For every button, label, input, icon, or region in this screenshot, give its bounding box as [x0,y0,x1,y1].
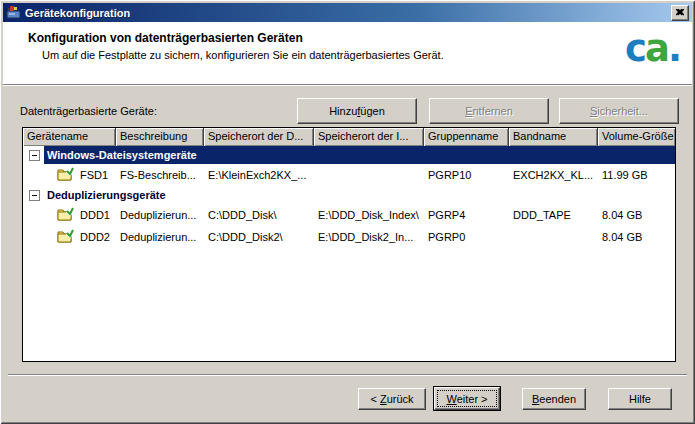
table-row[interactable]: DDD1 Deduplizierun... C:\DDD_Disk\ E:\DD… [23,204,675,226]
collapse-icon[interactable] [29,190,40,201]
device-name: FSD1 [80,169,108,181]
device-configuration-dialog: { "window": { "title": "Gerätekonfigurat… [0,0,695,424]
page-title: Konfiguration von datenträgerbasierten G… [28,31,303,45]
device-group-name: PGRP0 [424,231,509,243]
collapse-icon[interactable] [29,150,40,161]
column-header-bandname[interactable]: Bandname [509,128,598,146]
device-group-name: PGRP4 [424,209,509,221]
group-row-deduplizierungsgeraete[interactable]: Deduplizierungsgeräte [23,186,675,204]
security-button: Sicherheit... [559,98,679,124]
column-header-beschreibung[interactable]: Beschreibung [116,128,204,146]
device-index-location: E:\DDD_Disk_Index\ [314,209,424,221]
device-volume-size: 11.99 GB [598,169,675,181]
column-header-speicherort-daten[interactable]: Speicherort der D... [204,128,314,146]
device-description: Deduplizierun... [116,209,204,221]
wizard-header: Konfiguration von datenträgerbasierten G… [3,22,692,85]
remove-button: Entfernen [429,98,549,124]
device-volume-size: 8.04 GB [598,231,675,243]
device-table: Gerätename Beschreibung Speicherort der … [22,127,676,362]
table-row[interactable]: DDD2 Deduplizierun... C:\DDD_Disk2\ E:\D… [23,226,675,248]
group-label: Windows-Dateisystemgeräte [44,146,675,164]
window-title: Gerätekonfiguration [25,7,671,19]
device-tape-name: DDD_TAPE [509,209,598,221]
app-icon [6,5,21,20]
device-description: Deduplizierun... [116,231,204,243]
column-header-gruppenname[interactable]: Gruppenname [424,128,509,146]
column-header-volume-groesse[interactable]: Volume-Größe [598,128,675,146]
group-row-windows-dateisystemgeraete[interactable]: Windows-Dateisystemgeräte [23,146,675,164]
column-header-geraetename[interactable]: Gerätename [23,128,116,146]
ca-logo: ca. [625,30,680,67]
folder-check-icon [57,167,74,183]
help-button[interactable]: Hilfe [608,388,672,410]
device-data-location: E:\KleinExch2KX_... [204,169,314,181]
table-row[interactable]: FSD1 FS-Beschreib... E:\KleinExch2KX_...… [23,164,675,186]
back-button[interactable]: < Zurück [358,388,426,410]
add-button[interactable]: Hinzufügen [297,98,417,124]
exit-button[interactable]: Beenden [522,388,586,410]
footer-divider [8,374,687,376]
device-list-label: Datenträgerbasierte Geräte: [20,105,157,117]
device-data-location: C:\DDD_Disk2\ [204,231,314,243]
device-name: DDD1 [80,209,110,221]
close-icon[interactable] [671,5,689,21]
group-label: Deduplizierungsgeräte [44,186,675,204]
title-bar[interactable]: Gerätekonfiguration [3,3,692,22]
folder-check-icon [57,207,74,223]
device-group-name: PGRP10 [424,169,509,181]
column-header-speicherort-index[interactable]: Speicherort der I... [314,128,424,146]
device-volume-size: 8.04 GB [598,209,675,221]
device-data-location: C:\DDD_Disk\ [204,209,314,221]
table-header-row: Gerätename Beschreibung Speicherort der … [23,128,675,146]
folder-check-icon [57,229,74,245]
next-button[interactable]: Weiter > [433,386,501,411]
device-name: DDD2 [80,231,110,243]
page-subtitle: Um auf die Festplatte zu sichern, konfig… [42,49,444,61]
device-description: FS-Beschreib... [116,169,204,181]
device-index-location: E:\DDD_Disk2_In... [314,231,424,243]
device-tape-name: EXCH2KX_KL... [509,169,598,181]
